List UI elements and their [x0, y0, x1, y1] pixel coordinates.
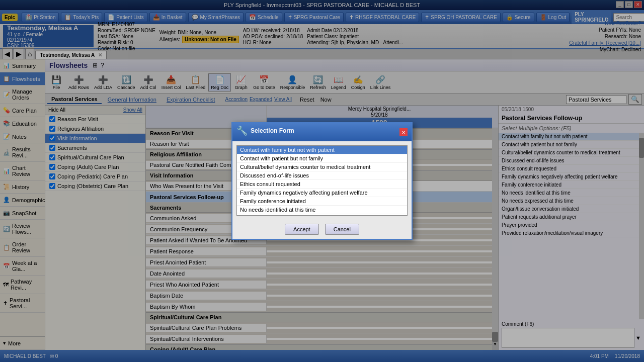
dialog-overlay: 🔧 Selection Form ✕ Contact with family b…: [0, 0, 644, 362]
dialog-item-0[interactable]: Contact with family but not with patient: [237, 146, 407, 154]
dialog-item-4[interactable]: Ethics consult requested: [237, 180, 407, 189]
dialog-accept-btn[interactable]: Accept: [285, 224, 319, 235]
dialog-close-btn[interactable]: ✕: [399, 128, 408, 136]
dialog-item-5[interactable]: Family dynamics negatively affecting pat…: [237, 189, 407, 197]
dialog-title-bar: 🔧 Selection Form ✕: [232, 123, 412, 141]
dialog-list: Contact with family but not with patient…: [236, 145, 408, 216]
dialog-item-1[interactable]: Contact with patient but not family: [237, 154, 407, 163]
dialog-item-3[interactable]: Discussed end-of-life issues: [237, 171, 407, 180]
selection-dialog: 🔧 Selection Form ✕ Contact with family b…: [231, 122, 413, 240]
dialog-item-2[interactable]: Cultural/belief dynamics counter to medi…: [237, 163, 407, 171]
dialog-cancel-btn[interactable]: Cancel: [325, 224, 359, 235]
dialog-title-text: Selection Form: [251, 127, 294, 134]
dialog-body: Contact with family but not with patient…: [232, 141, 412, 220]
dialog-item-7[interactable]: No needs identified at this time: [237, 206, 407, 214]
dialog-buttons: Accept Cancel: [232, 220, 412, 239]
dialog-icon: 🔧: [236, 125, 248, 136]
dialog-item-6[interactable]: Family conference initiated: [237, 197, 407, 206]
